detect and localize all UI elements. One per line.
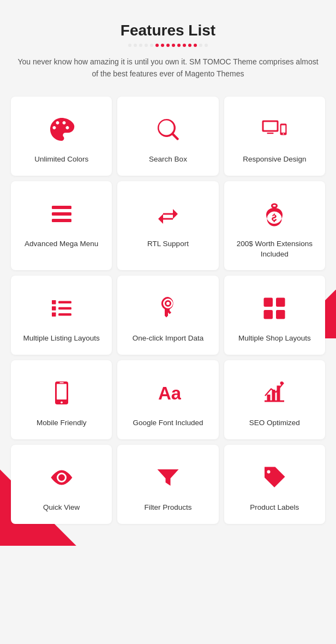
svg-rect-6 (52, 206, 71, 209)
header-dots (11, 44, 325, 47)
card-seo-optimized: SEO Optimized (224, 360, 325, 439)
card-label-advanced-mega-menu: Advanced Mega Menu (25, 239, 98, 249)
grid-icon (258, 292, 291, 325)
card-mobile-friendly: Mobile Friendly (11, 360, 112, 439)
card-200s-worth: 200$ Worth Extensions Included (224, 181, 325, 271)
card-label-unlimited-colors: Unlimited Colors (34, 154, 88, 165)
svg-rect-14 (58, 313, 71, 316)
touch-icon (152, 292, 184, 325)
font-icon: Aa (152, 377, 184, 409)
card-multiple-shop-layouts: Multiple Shop Layouts (224, 276, 325, 355)
card-rtl-support: RTL Support (117, 181, 218, 271)
card-label-filter-products: Filter Products (144, 503, 191, 513)
card-label-product-labels: Product Labels (250, 503, 299, 513)
card-search-box: Search Box (117, 97, 218, 176)
card-label-multiple-shop-layouts: Multiple Shop Layouts (238, 333, 311, 344)
card-one-click-import: One-click Import Data (117, 276, 218, 355)
card-label-mobile-friendly: Mobile Friendly (37, 418, 87, 428)
page-title: Features List (11, 22, 325, 39)
palette-icon (45, 113, 78, 146)
svg-rect-20 (57, 384, 67, 400)
card-advanced-mega-menu: Advanced Mega Menu (11, 181, 112, 271)
card-label-200s-worth: 200$ Worth Extensions Included (232, 239, 317, 260)
svg-rect-7 (52, 212, 71, 216)
card-google-font: Aa Google Font Included (117, 360, 218, 439)
svg-rect-22 (59, 383, 64, 384)
svg-rect-8 (52, 219, 71, 222)
card-multiple-listing-layouts: Multiple Listing Layouts (11, 276, 112, 355)
card-label-quick-view: Quick View (43, 503, 80, 513)
svg-rect-11 (52, 313, 56, 317)
card-label-google-font: Google Font Included (133, 418, 203, 428)
svg-rect-10 (52, 307, 56, 311)
list-icon (45, 292, 78, 325)
features-grid: Unlimited Colors Search Box Responsive D… (11, 97, 325, 524)
card-unlimited-colors: Unlimited Colors (11, 97, 112, 176)
tag-icon (258, 461, 291, 494)
card-responsive-design: Responsive Design (224, 97, 325, 176)
svg-point-21 (61, 402, 63, 404)
chart-icon (258, 377, 291, 409)
svg-rect-17 (264, 310, 273, 319)
page-wrapper: Features List You never know how amazing… (0, 0, 336, 546)
menu-icon (45, 198, 78, 230)
card-label-one-click-import: One-click Import Data (133, 333, 204, 344)
svg-rect-18 (276, 310, 285, 319)
svg-point-24 (280, 381, 284, 385)
responsive-icon (258, 113, 291, 146)
svg-rect-12 (58, 301, 71, 304)
rtl-icon (152, 198, 184, 230)
card-label-multiple-listing-layouts: Multiple Listing Layouts (23, 333, 100, 344)
svg-rect-15 (264, 298, 273, 307)
moneybag-icon (258, 198, 291, 230)
search-icon (152, 113, 184, 146)
svg-text:Aa: Aa (158, 383, 181, 403)
card-filter-products: Filter Products (117, 445, 218, 524)
card-label-search-box: Search Box (149, 154, 187, 165)
card-product-labels: Product Labels (224, 445, 325, 524)
svg-rect-4 (281, 125, 286, 133)
svg-rect-16 (276, 298, 285, 307)
svg-rect-9 (52, 300, 56, 305)
mobile-icon (45, 377, 78, 409)
svg-rect-1 (264, 122, 277, 130)
svg-point-5 (283, 133, 284, 134)
header-description: You never know how amazing it is until y… (15, 56, 321, 80)
card-label-responsive-design: Responsive Design (243, 154, 306, 165)
filter-icon (152, 461, 184, 494)
eye-icon (45, 461, 78, 494)
svg-rect-2 (267, 133, 274, 134)
header: Features List You never know how amazing… (11, 22, 325, 80)
svg-rect-13 (58, 307, 71, 310)
card-label-seo-optimized: SEO Optimized (249, 418, 300, 428)
card-label-rtl-support: RTL Support (147, 239, 189, 249)
card-quick-view: Quick View (11, 445, 112, 524)
